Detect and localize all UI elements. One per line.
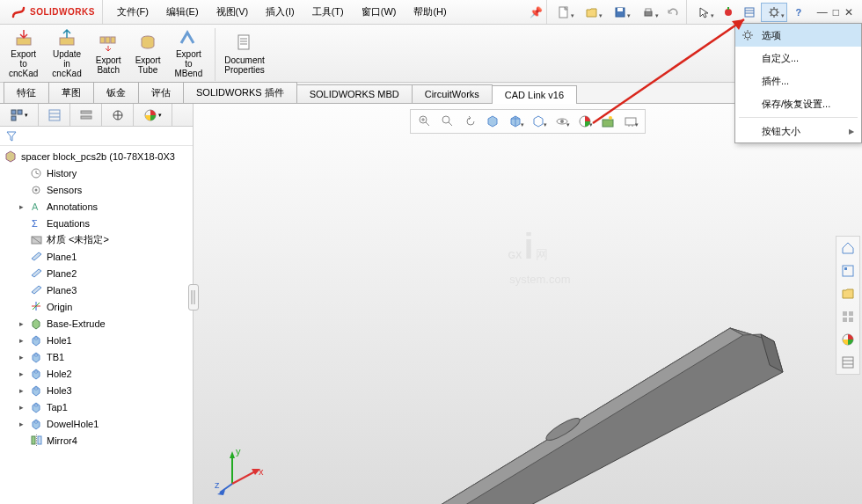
tree-node[interactable]: Mirror4 — [0, 432, 193, 449]
maximize-button[interactable]: □ — [833, 6, 839, 18]
tab-sw-addins[interactable]: SOLIDWORKS 插件 — [183, 82, 297, 103]
rail-home-icon[interactable] — [838, 238, 858, 258]
tree-node[interactable]: ▸Hole2 — [0, 365, 193, 382]
menu-view[interactable]: 视图(V) — [208, 1, 258, 23]
dropdown-save-restore[interactable]: 保存/恢复设置... — [735, 92, 861, 115]
tree-filter[interactable] — [0, 127, 193, 146]
close-button[interactable]: ✕ — [844, 6, 853, 18]
graphics-viewport[interactable]: GXi网 system.com y x z — [194, 104, 862, 504]
material-icon — [29, 233, 43, 247]
dropdown-addins[interactable]: 插件... — [735, 69, 861, 92]
tree-node[interactable]: ΣEquations — [0, 215, 193, 231]
tab-evaluate[interactable]: 评估 — [138, 82, 184, 103]
rail-appearance-icon[interactable] — [838, 330, 858, 349]
ribbon-doc-properties[interactable]: Document Properties — [219, 26, 270, 80]
expand-icon[interactable]: ▸ — [18, 386, 26, 394]
tree-node[interactable]: Sensors — [0, 181, 193, 198]
open-button[interactable] — [579, 3, 605, 22]
tree-root-node[interactable]: spacer block_pcs2b (10-78X18-0X3 — [0, 148, 193, 164]
dropdown-customize[interactable]: 自定义... — [735, 47, 861, 69]
view-settings-icon[interactable] — [620, 112, 641, 131]
rebuild-button[interactable] — [719, 3, 738, 22]
tree-node[interactable]: ▸TB1 — [0, 348, 193, 365]
expand-icon[interactable]: ▸ — [18, 369, 26, 377]
tree-node-label: TB1 — [47, 352, 64, 362]
menu-insert[interactable]: 插入(I) — [257, 1, 303, 23]
menu-help[interactable]: 帮助(H) — [405, 1, 455, 23]
panel-tab-dimxpert[interactable] — [102, 104, 134, 126]
tree-node[interactable]: ▸Hole1 — [0, 332, 193, 348]
tree-node[interactable]: 材质 <未指定> — [0, 231, 193, 248]
pin-icon[interactable]: 📌 — [530, 6, 543, 18]
tree-node[interactable]: ▸AAnnotations — [0, 198, 193, 215]
task-pane-rail — [836, 236, 860, 375]
panel-tab-tree[interactable]: ▾ — [0, 104, 39, 126]
undo-button[interactable] — [663, 3, 683, 22]
minimize-button[interactable]: — — [817, 6, 828, 18]
ribbon-export-tube[interactable]: Export Tube — [130, 26, 166, 80]
rail-view-palette-icon[interactable] — [838, 307, 858, 326]
apply-scene-icon[interactable] — [597, 112, 618, 131]
menu-file[interactable]: 文件(F) — [108, 1, 157, 23]
panel-tab-appearance[interactable]: ▾ — [134, 104, 172, 126]
expand-icon[interactable]: ▸ — [18, 420, 26, 427]
ribbon-export-mbend[interactable]: Export to MBend — [170, 26, 208, 80]
tree-node[interactable]: ▸Base-Extrude — [0, 315, 193, 332]
svg-text:x: x — [259, 466, 264, 477]
expand-icon[interactable]: ▸ — [18, 202, 26, 210]
panel-tab-property[interactable] — [39, 104, 70, 126]
panel-tab-config[interactable] — [70, 104, 102, 126]
tree-node-label: Mirror4 — [47, 435, 77, 446]
dropdown-button-size[interactable]: 按钮大小▶ — [735, 120, 861, 142]
options-button[interactable] — [761, 3, 787, 22]
tree-node[interactable]: History — [0, 164, 193, 181]
new-button[interactable] — [551, 3, 577, 22]
tree-node[interactable]: Plane3 — [0, 281, 193, 298]
tab-sketch[interactable]: 草图 — [48, 82, 94, 103]
tab-cadlink[interactable]: CAD Link v16 — [492, 85, 577, 104]
ribbon-export-batch[interactable]: Export Batch — [91, 26, 127, 80]
expand-icon[interactable]: ▸ — [18, 403, 26, 411]
heads-up-toolbar — [410, 109, 646, 134]
workspace: ▾ ▾ spacer block_pcs2b (10-78X18-0X3 His… — [0, 104, 862, 504]
section-view-icon[interactable] — [483, 112, 504, 131]
expand-icon[interactable]: ▸ — [18, 353, 26, 361]
zoom-area-icon[interactable] — [437, 112, 458, 131]
expand-icon[interactable]: ▸ — [18, 336, 26, 344]
save-button[interactable] — [607, 3, 633, 22]
tab-sheetmetal[interactable]: 钣金 — [93, 82, 139, 103]
zoom-fit-icon[interactable] — [414, 112, 435, 131]
expand-icon[interactable]: ▸ — [18, 319, 26, 327]
menu-edit[interactable]: 编辑(E) — [157, 1, 208, 23]
tree-node[interactable]: ▸DowelHole1 — [0, 415, 193, 432]
edit-appearance-icon[interactable] — [574, 112, 595, 131]
view-triad[interactable]: y x z — [215, 444, 267, 497]
ribbon-update-cnckad[interactable]: Update in cncKad — [47, 26, 86, 80]
display-style-icon[interactable] — [529, 112, 550, 131]
previous-view-icon[interactable] — [460, 112, 481, 131]
tab-features[interactable]: 特征 — [4, 82, 49, 103]
tree-node[interactable]: Plane2 — [0, 265, 193, 281]
hide-show-icon[interactable] — [552, 112, 573, 131]
select-button[interactable] — [690, 3, 717, 22]
view-orientation-icon[interactable] — [506, 112, 527, 131]
tab-sw-mbd[interactable]: SOLIDWORKS MBD — [296, 84, 413, 103]
tab-circuitworks[interactable]: CircuitWorks — [412, 84, 493, 103]
tree-node[interactable]: ▸Tap1 — [0, 398, 193, 415]
rail-design-lib-icon[interactable] — [838, 261, 858, 281]
feature-tree[interactable]: spacer block_pcs2b (10-78X18-0X3 History… — [0, 146, 193, 450]
form-button[interactable] — [740, 3, 759, 22]
panel-resize-handle[interactable] — [188, 284, 199, 310]
tree-node-label: 材质 <未指定> — [47, 233, 109, 246]
menu-window[interactable]: 窗口(W) — [353, 1, 405, 23]
help-button[interactable]: ? — [789, 3, 808, 22]
dropdown-options[interactable]: 选项 — [735, 24, 861, 47]
print-button[interactable] — [635, 3, 661, 22]
tree-node[interactable]: ▸Hole3 — [0, 382, 193, 398]
rail-file-explorer-icon[interactable] — [838, 284, 858, 303]
tree-node[interactable]: Plane1 — [0, 248, 193, 265]
tree-node[interactable]: Origin — [0, 298, 193, 315]
ribbon-export-cnckad[interactable]: Export to cncKad — [4, 26, 43, 80]
rail-custom-props-icon[interactable] — [838, 353, 858, 372]
menu-tools[interactable]: 工具(T) — [303, 1, 353, 23]
